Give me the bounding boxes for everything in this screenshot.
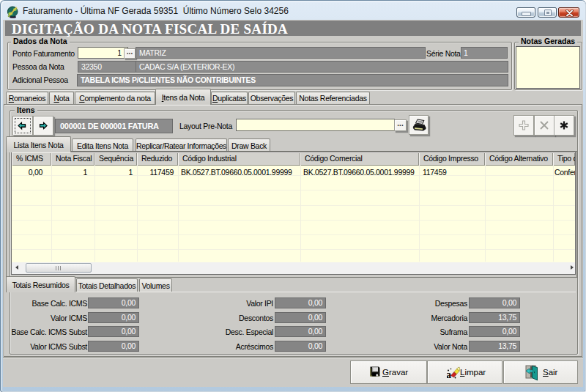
svg-text:a: a — [447, 369, 451, 379]
